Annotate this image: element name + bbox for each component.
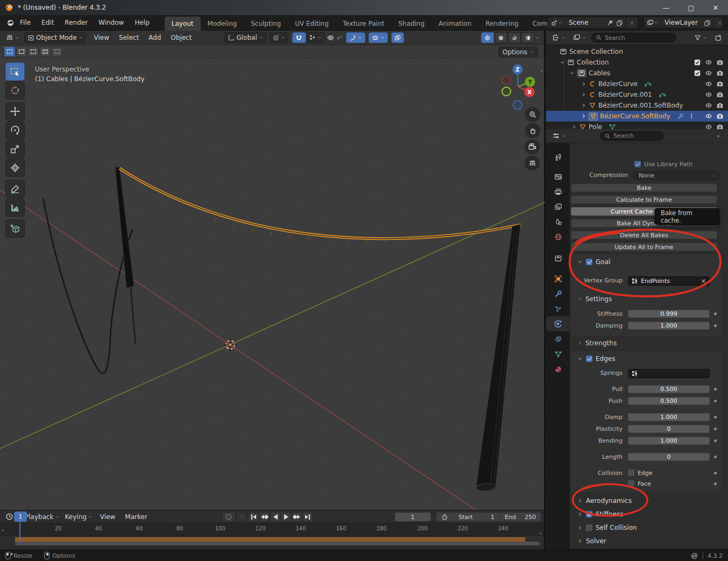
- jump-to-end-button[interactable]: [302, 512, 313, 522]
- minimize-button[interactable]: —: [654, 0, 678, 15]
- hide-eye-icon[interactable]: [705, 91, 712, 98]
- collision-edge-checkbox[interactable]: [628, 470, 634, 476]
- tab-rendering[interactable]: Rendering: [478, 17, 525, 31]
- tool-select-box[interactable]: [5, 62, 25, 81]
- decorator-dot[interactable]: [714, 456, 717, 458]
- blender-menu-icon[interactable]: [6, 19, 15, 27]
- next-keyframe-button[interactable]: [292, 512, 302, 522]
- properties-search-input[interactable]: Search: [600, 131, 663, 141]
- tab-modeling[interactable]: Modeling: [201, 17, 244, 31]
- scene-copy-icon[interactable]: [613, 17, 626, 28]
- sidebar-collapse-icon[interactable]: ‹: [541, 68, 543, 75]
- stiffness-checkbox[interactable]: [586, 511, 592, 517]
- start-frame-field[interactable]: Start1: [454, 513, 500, 521]
- collapse-icon[interactable]: [577, 525, 583, 530]
- expand-icon[interactable]: [571, 124, 577, 129]
- tab-object-data[interactable]: [546, 346, 570, 361]
- scene-selector[interactable]: Scene: [548, 17, 638, 29]
- tool-measure[interactable]: [5, 198, 25, 217]
- outliner-row-beziercurve-001-softbody[interactable]: BézierCurve.001.SoftBody: [546, 100, 728, 111]
- tab-constraints[interactable]: [546, 331, 570, 346]
- decorator-dot[interactable]: [714, 400, 717, 402]
- tool-cursor[interactable]: [5, 81, 25, 100]
- tab-shading[interactable]: Shading: [391, 17, 432, 31]
- self-collision-checkbox[interactable]: [586, 524, 592, 531]
- jump-to-start-button[interactable]: [249, 512, 259, 522]
- decorator-dot[interactable]: [714, 439, 717, 442]
- push-slider[interactable]: 0.500: [628, 397, 710, 405]
- outliner-row-beziercurve-softbody-selected[interactable]: BézierCurve.SoftBody: [546, 111, 728, 122]
- goal-damping-slider[interactable]: 1.000: [628, 322, 710, 330]
- hide-eye-icon[interactable]: [705, 59, 712, 66]
- current-frame-field[interactable]: 1: [394, 512, 431, 522]
- tab-modifiers[interactable]: [546, 286, 570, 301]
- playback-menu[interactable]: Playback: [22, 512, 62, 522]
- outliner-row-pole[interactable]: Pole: [546, 122, 728, 129]
- properties-editor-type-dropdown[interactable]: [549, 131, 569, 141]
- exclude-checkbox[interactable]: [694, 69, 701, 77]
- disable-render-camera-icon[interactable]: [716, 123, 724, 129]
- tab-uv-editing[interactable]: UV Editing: [288, 17, 336, 31]
- tab-sculpting[interactable]: Sculpting: [244, 17, 288, 31]
- expand-icon[interactable]: [581, 92, 586, 97]
- options-dropdown[interactable]: Options: [498, 47, 538, 57]
- expand-icon[interactable]: [581, 113, 586, 119]
- viewport-menu-select[interactable]: Select: [114, 34, 144, 41]
- end-frame-field[interactable]: End250: [500, 513, 541, 521]
- goal-panel-header[interactable]: Goal: [577, 257, 724, 267]
- collision-face-checkbox[interactable]: [628, 480, 634, 487]
- tool-scale[interactable]: [5, 140, 25, 158]
- stiffness-panel-header[interactable]: Stiffness: [577, 509, 724, 519]
- pull-slider[interactable]: 0.500: [628, 385, 710, 393]
- aerodynamics-panel-header[interactable]: Aerodynamics: [577, 496, 724, 506]
- maximize-button[interactable]: ▢: [678, 0, 703, 15]
- viewport-menu-object[interactable]: Object: [166, 34, 196, 41]
- expand-icon[interactable]: [560, 60, 565, 65]
- shading-rendered-button[interactable]: [521, 32, 534, 43]
- calculate-to-frame-button[interactable]: Calculate to Frame: [571, 195, 717, 204]
- self-collision-panel-header[interactable]: Self Collision: [577, 523, 724, 532]
- hide-eye-icon[interactable]: [705, 123, 712, 129]
- properties-options-dropdown[interactable]: [715, 133, 722, 139]
- keying-menu[interactable]: Keying: [62, 512, 95, 522]
- tab-scene[interactable]: [546, 214, 570, 229]
- pan-button[interactable]: [525, 123, 540, 138]
- expand-icon[interactable]: [581, 81, 586, 87]
- viewport-menu-view[interactable]: View: [89, 34, 114, 41]
- collapse-icon[interactable]: [577, 498, 583, 503]
- decorator-dot[interactable]: [714, 428, 717, 430]
- shading-wireframe-button[interactable]: [481, 32, 494, 43]
- compression-dropdown[interactable]: None: [633, 171, 719, 180]
- delete-all-bakes-button[interactable]: Delete All Bakes: [571, 231, 717, 239]
- timeline-ruler[interactable]: 20 40 60 80 100 120 140 160 180 200 220 …: [0, 523, 544, 536]
- menu-help[interactable]: Help: [129, 15, 154, 30]
- select-mode-invert-button[interactable]: [40, 47, 51, 56]
- tool-transform[interactable]: [5, 159, 25, 177]
- solver-panel-header[interactable]: Solver: [577, 536, 724, 546]
- decorator-dot[interactable]: [714, 416, 717, 418]
- collapse-icon[interactable]: [577, 538, 583, 544]
- update-all-to-frame-button[interactable]: Update All to Frame: [571, 243, 717, 251]
- decorator-dot[interactable]: [714, 313, 717, 315]
- clear-x-icon[interactable]: [701, 278, 706, 284]
- prev-keyframe-button[interactable]: [259, 512, 270, 522]
- exclude-checkbox[interactable]: [694, 59, 701, 66]
- outliner-display-mode-dropdown[interactable]: [549, 32, 568, 43]
- view-layer-icon[interactable]: [644, 17, 661, 28]
- expand-icon[interactable]: [569, 70, 575, 76]
- view-layer-copy-icon[interactable]: [701, 17, 714, 28]
- camera-view-button[interactable]: [525, 139, 540, 154]
- collapse-icon[interactable]: [577, 356, 583, 361]
- snap-settings-dropdown[interactable]: [306, 32, 325, 43]
- use-preview-range-icon[interactable]: [436, 513, 454, 521]
- outliner-row-scene-collection[interactable]: Scene Collection: [546, 46, 728, 57]
- transform-orientation-dropdown[interactable]: Global: [224, 32, 266, 43]
- timeline-marker-menu[interactable]: Marker: [120, 513, 152, 521]
- springs-field[interactable]: [628, 369, 710, 378]
- hide-eye-icon[interactable]: [705, 80, 712, 88]
- collapse-icon[interactable]: [577, 259, 583, 265]
- plasticity-slider[interactable]: 0: [628, 425, 710, 433]
- tab-material[interactable]: [546, 361, 570, 377]
- hide-eye-icon[interactable]: [705, 69, 712, 77]
- decorator-dot[interactable]: [714, 324, 717, 327]
